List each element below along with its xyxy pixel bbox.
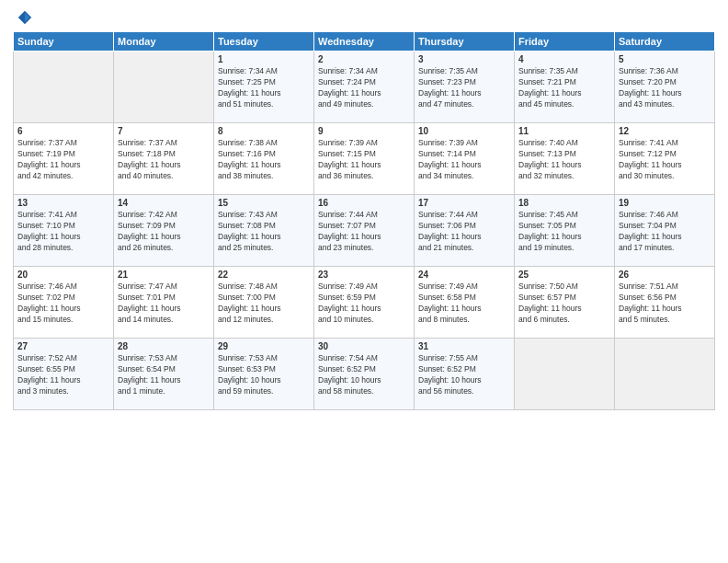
calendar-cell: 25Sunrise: 7:50 AM Sunset: 6:57 PM Dayli… xyxy=(515,267,615,339)
day-number: 14 xyxy=(118,198,210,208)
calendar-cell xyxy=(14,52,114,123)
calendar-cell: 22Sunrise: 7:48 AM Sunset: 7:00 PM Dayli… xyxy=(214,267,314,339)
header xyxy=(13,9,715,26)
page: SundayMondayTuesdayWednesdayThursdayFrid… xyxy=(0,0,728,563)
day-number: 18 xyxy=(518,198,610,208)
day-info: Sunrise: 7:41 AM Sunset: 7:10 PM Dayligh… xyxy=(17,210,109,254)
calendar-cell: 2Sunrise: 7:34 AM Sunset: 7:24 PM Daylig… xyxy=(314,52,415,123)
calendar-cell: 5Sunrise: 7:36 AM Sunset: 7:20 PM Daylig… xyxy=(615,52,715,123)
calendar-cell: 1Sunrise: 7:34 AM Sunset: 7:25 PM Daylig… xyxy=(214,52,314,123)
day-info: Sunrise: 7:49 AM Sunset: 6:59 PM Dayligh… xyxy=(318,282,410,326)
calendar-cell xyxy=(615,339,715,410)
day-info: Sunrise: 7:48 AM Sunset: 7:00 PM Dayligh… xyxy=(218,282,310,326)
day-info: Sunrise: 7:41 AM Sunset: 7:12 PM Dayligh… xyxy=(619,138,711,182)
calendar-cell xyxy=(515,339,615,410)
day-info: Sunrise: 7:36 AM Sunset: 7:20 PM Dayligh… xyxy=(619,66,711,110)
calendar-cell: 14Sunrise: 7:42 AM Sunset: 7:09 PM Dayli… xyxy=(114,195,214,267)
calendar-cell: 27Sunrise: 7:52 AM Sunset: 6:55 PM Dayli… xyxy=(14,339,114,410)
day-number: 25 xyxy=(518,270,610,280)
calendar-cell: 26Sunrise: 7:51 AM Sunset: 6:56 PM Dayli… xyxy=(615,267,715,339)
day-info: Sunrise: 7:50 AM Sunset: 6:57 PM Dayligh… xyxy=(518,282,610,326)
day-number: 4 xyxy=(518,54,610,64)
day-number: 12 xyxy=(619,126,711,136)
day-info: Sunrise: 7:46 AM Sunset: 7:04 PM Dayligh… xyxy=(619,210,711,254)
day-number: 2 xyxy=(318,54,410,64)
weekday-header-sunday: Sunday xyxy=(14,32,114,52)
calendar-cell: 16Sunrise: 7:44 AM Sunset: 7:07 PM Dayli… xyxy=(314,195,415,267)
calendar-cell: 11Sunrise: 7:40 AM Sunset: 7:13 PM Dayli… xyxy=(515,123,615,195)
day-info: Sunrise: 7:40 AM Sunset: 7:13 PM Dayligh… xyxy=(518,138,610,182)
calendar-cell: 18Sunrise: 7:45 AM Sunset: 7:05 PM Dayli… xyxy=(515,195,615,267)
weekday-header-monday: Monday xyxy=(114,32,214,52)
day-number: 27 xyxy=(17,341,109,351)
day-info: Sunrise: 7:43 AM Sunset: 7:08 PM Dayligh… xyxy=(218,210,310,254)
day-number: 10 xyxy=(418,126,510,136)
day-number: 20 xyxy=(17,270,109,280)
day-number: 5 xyxy=(619,54,711,64)
day-info: Sunrise: 7:42 AM Sunset: 7:09 PM Dayligh… xyxy=(118,210,210,254)
day-info: Sunrise: 7:44 AM Sunset: 7:07 PM Dayligh… xyxy=(318,210,410,254)
day-info: Sunrise: 7:39 AM Sunset: 7:14 PM Dayligh… xyxy=(418,138,510,182)
day-number: 3 xyxy=(418,54,510,64)
day-number: 1 xyxy=(218,54,310,64)
weekday-header-wednesday: Wednesday xyxy=(314,32,415,52)
day-number: 23 xyxy=(318,270,410,280)
day-info: Sunrise: 7:45 AM Sunset: 7:05 PM Dayligh… xyxy=(518,210,610,254)
calendar-cell: 24Sunrise: 7:49 AM Sunset: 6:58 PM Dayli… xyxy=(415,267,515,339)
day-number: 29 xyxy=(218,341,310,351)
day-number: 19 xyxy=(619,198,711,208)
day-info: Sunrise: 7:51 AM Sunset: 6:56 PM Dayligh… xyxy=(619,282,711,326)
day-info: Sunrise: 7:38 AM Sunset: 7:16 PM Dayligh… xyxy=(218,138,310,182)
day-info: Sunrise: 7:34 AM Sunset: 7:24 PM Dayligh… xyxy=(318,66,410,110)
calendar-week-row: 27Sunrise: 7:52 AM Sunset: 6:55 PM Dayli… xyxy=(14,339,715,410)
calendar-cell: 23Sunrise: 7:49 AM Sunset: 6:59 PM Dayli… xyxy=(314,267,415,339)
calendar-cell: 3Sunrise: 7:35 AM Sunset: 7:23 PM Daylig… xyxy=(415,52,515,123)
calendar-cell: 17Sunrise: 7:44 AM Sunset: 7:06 PM Dayli… xyxy=(415,195,515,267)
day-info: Sunrise: 7:54 AM Sunset: 6:52 PM Dayligh… xyxy=(318,353,410,397)
calendar-cell: 10Sunrise: 7:39 AM Sunset: 7:14 PM Dayli… xyxy=(415,123,515,195)
day-number: 6 xyxy=(17,126,109,136)
day-info: Sunrise: 7:46 AM Sunset: 7:02 PM Dayligh… xyxy=(17,282,109,326)
day-info: Sunrise: 7:35 AM Sunset: 7:23 PM Dayligh… xyxy=(418,66,510,110)
calendar-week-row: 13Sunrise: 7:41 AM Sunset: 7:10 PM Dayli… xyxy=(14,195,715,267)
calendar-cell: 28Sunrise: 7:53 AM Sunset: 6:54 PM Dayli… xyxy=(114,339,214,410)
day-number: 7 xyxy=(118,126,210,136)
day-number: 15 xyxy=(218,198,310,208)
day-number: 21 xyxy=(118,270,210,280)
day-number: 9 xyxy=(318,126,410,136)
logo-icon xyxy=(17,9,33,26)
day-info: Sunrise: 7:37 AM Sunset: 7:18 PM Dayligh… xyxy=(118,138,210,182)
weekday-header-thursday: Thursday xyxy=(415,32,515,52)
calendar-table: SundayMondayTuesdayWednesdayThursdayFrid… xyxy=(13,31,715,410)
day-info: Sunrise: 7:53 AM Sunset: 6:54 PM Dayligh… xyxy=(118,353,210,397)
day-info: Sunrise: 7:55 AM Sunset: 6:52 PM Dayligh… xyxy=(418,353,510,397)
day-number: 22 xyxy=(218,270,310,280)
day-number: 8 xyxy=(218,126,310,136)
calendar-week-row: 1Sunrise: 7:34 AM Sunset: 7:25 PM Daylig… xyxy=(14,52,715,123)
day-number: 11 xyxy=(518,126,610,136)
weekday-header-saturday: Saturday xyxy=(615,32,715,52)
calendar-cell xyxy=(114,52,214,123)
logo xyxy=(13,9,33,26)
calendar-cell: 19Sunrise: 7:46 AM Sunset: 7:04 PM Dayli… xyxy=(615,195,715,267)
day-info: Sunrise: 7:49 AM Sunset: 6:58 PM Dayligh… xyxy=(418,282,510,326)
calendar-cell: 29Sunrise: 7:53 AM Sunset: 6:53 PM Dayli… xyxy=(214,339,314,410)
calendar-cell: 30Sunrise: 7:54 AM Sunset: 6:52 PM Dayli… xyxy=(314,339,415,410)
day-number: 31 xyxy=(418,341,510,351)
calendar-cell: 31Sunrise: 7:55 AM Sunset: 6:52 PM Dayli… xyxy=(415,339,515,410)
calendar-week-row: 6Sunrise: 7:37 AM Sunset: 7:19 PM Daylig… xyxy=(14,123,715,195)
calendar-cell: 8Sunrise: 7:38 AM Sunset: 7:16 PM Daylig… xyxy=(214,123,314,195)
calendar-cell: 13Sunrise: 7:41 AM Sunset: 7:10 PM Dayli… xyxy=(14,195,114,267)
day-number: 28 xyxy=(118,341,210,351)
weekday-header-row: SundayMondayTuesdayWednesdayThursdayFrid… xyxy=(14,32,715,52)
calendar-cell: 4Sunrise: 7:35 AM Sunset: 7:21 PM Daylig… xyxy=(515,52,615,123)
day-number: 17 xyxy=(418,198,510,208)
calendar-cell: 6Sunrise: 7:37 AM Sunset: 7:19 PM Daylig… xyxy=(14,123,114,195)
calendar-cell: 9Sunrise: 7:39 AM Sunset: 7:15 PM Daylig… xyxy=(314,123,415,195)
calendar-cell: 20Sunrise: 7:46 AM Sunset: 7:02 PM Dayli… xyxy=(14,267,114,339)
calendar-cell: 12Sunrise: 7:41 AM Sunset: 7:12 PM Dayli… xyxy=(615,123,715,195)
weekday-header-tuesday: Tuesday xyxy=(214,32,314,52)
day-info: Sunrise: 7:53 AM Sunset: 6:53 PM Dayligh… xyxy=(218,353,310,397)
day-info: Sunrise: 7:39 AM Sunset: 7:15 PM Dayligh… xyxy=(318,138,410,182)
day-number: 13 xyxy=(17,198,109,208)
